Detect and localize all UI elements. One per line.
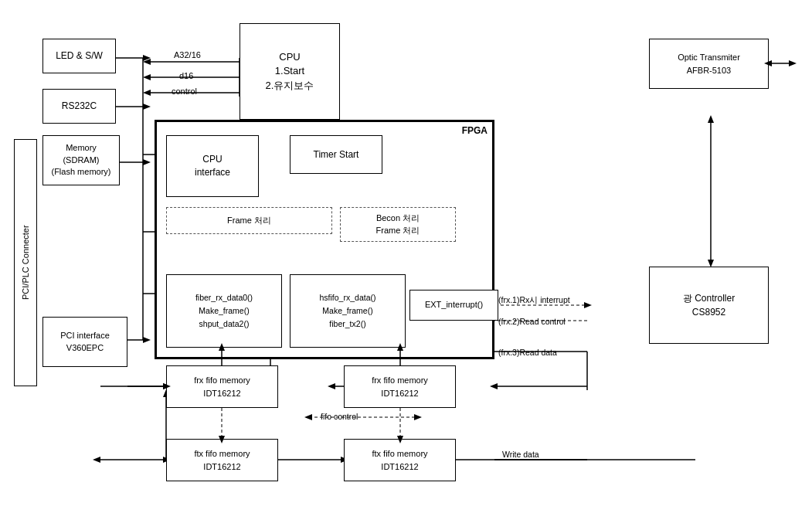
write-data-label: Write data	[502, 450, 539, 459]
frx3-label: (frx.3)Read data	[498, 348, 557, 357]
svg-marker-66	[304, 414, 312, 420]
ftx-fifo-left-box: ftx fifo memory IDT16212	[166, 439, 278, 481]
rs232c-box: RS232C	[42, 89, 116, 124]
frame-processing-box: Frame 처리	[166, 207, 332, 234]
optic-transmitter-box: Optic Transmiter AFBR-5103	[649, 39, 769, 89]
a32-16-label: A32/16	[174, 50, 201, 59]
svg-marker-1	[143, 59, 151, 65]
svg-marker-79	[789, 60, 797, 66]
svg-marker-55	[584, 302, 592, 308]
frx-fifo-right-box: frx fifo memory IDT16212	[344, 365, 456, 408]
fiber-rx-box: fiber_rx_data0() Make_frame() shput_data…	[166, 274, 282, 348]
svg-marker-63	[708, 115, 714, 123]
pci-interface-box: PCI interface V360EPC	[42, 317, 127, 367]
svg-marker-9	[143, 55, 151, 61]
ftx-fifo-right-box: ftx fifo memory IDT16212	[344, 439, 456, 481]
fifo-control-label: fifo control	[321, 412, 358, 421]
pci-plc-connector: PCI/PLC Connecter	[14, 139, 37, 386]
cpu-box: CPU 1.Start 2.유지보수	[240, 23, 340, 120]
control-label: control	[172, 87, 197, 96]
frx2-label: (frx.2)Read control	[498, 317, 566, 326]
svg-marker-43	[490, 383, 498, 389]
svg-marker-5	[143, 90, 151, 96]
svg-marker-15	[143, 159, 151, 165]
svg-marker-3	[143, 74, 151, 80]
timer-start-box: Timer Start	[290, 135, 382, 174]
svg-marker-12	[143, 104, 151, 110]
d16-label: d16	[179, 71, 193, 80]
svg-marker-41	[328, 383, 335, 389]
frx1-label: (frx.1)Rx시 interrupt	[498, 295, 570, 306]
svg-marker-18	[143, 337, 151, 343]
diagram: PCI/PLC Connecter LED & S/W RS232C Memor…	[0, 0, 812, 530]
led-sw-box: LED & S/W	[42, 39, 116, 73]
svg-marker-65	[414, 414, 422, 420]
svg-marker-53	[93, 457, 100, 463]
hsfifo-rx-box: hsfifo_rx_data() Make_frame() fiber_tx2(…	[290, 274, 406, 348]
controller-box: 광 Controller CS8952	[649, 267, 769, 344]
ext-interrupt-box: EXT_interrupt()	[409, 290, 498, 321]
becon-frame-box: Becon 처리 Frame 처리	[340, 207, 456, 242]
memory-box: Memory (SDRAM) (Flash memory)	[42, 135, 120, 185]
cpu-interface-box: CPU interface	[166, 135, 259, 197]
frx-fifo-left-box: frx fifo memory IDT16212	[166, 365, 278, 408]
